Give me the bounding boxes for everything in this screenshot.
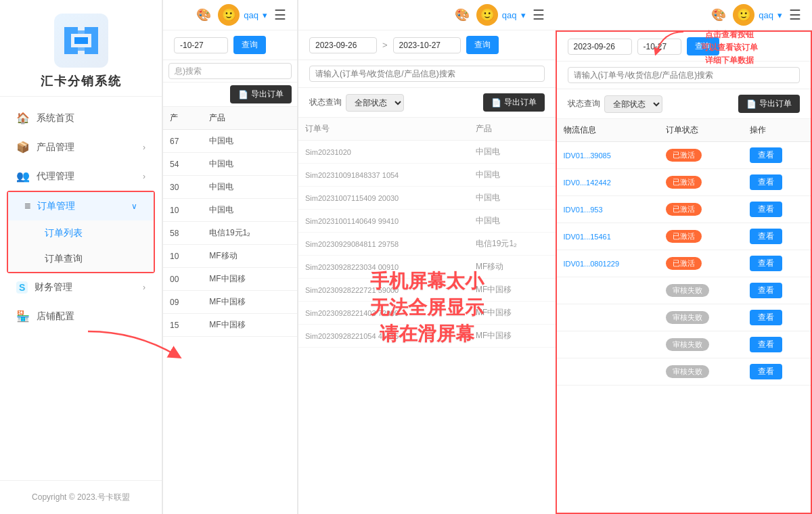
middle-status-select[interactable]: 全部状态 xyxy=(346,94,404,112)
sidebar-item-home[interactable]: 🏠 系统首页 xyxy=(0,103,162,133)
right-search-input[interactable] xyxy=(568,67,800,83)
middle-hamburger-icon[interactable]: ☰ xyxy=(533,7,545,23)
middle-table: 订单号 产品 Sim20231020中国电Sim202310091848337 … xyxy=(298,118,556,348)
right-status-select[interactable]: 全部状态 xyxy=(604,95,662,113)
left-table-row: 10中国电 xyxy=(163,199,297,222)
view-button[interactable]: 查看 xyxy=(750,174,782,190)
left-table-row: 30中国电 xyxy=(163,176,297,199)
sidebar-item-store-label: 店铺配置 xyxy=(37,310,74,323)
orders-highlight-box: ≡ 订单管理 ∨ 订单列表 订单查询 xyxy=(7,191,155,273)
middle-col-product: 产品 xyxy=(469,118,555,141)
agents-arrow-icon: › xyxy=(143,172,145,181)
sidebar-item-products[interactable]: 📦 产品管理 › xyxy=(0,133,162,162)
right-cell-logistics xyxy=(557,331,659,358)
middle-controls-row: 状态查询 全部状态 📄 导出订单 xyxy=(298,88,556,118)
left-cell-sku: 58 xyxy=(163,222,202,245)
right-export-icon: 📄 xyxy=(746,99,757,109)
right-palette-icon[interactable]: 🎨 xyxy=(711,7,726,22)
mid-cell-order: Sim20230928221403 72909 xyxy=(298,302,469,325)
status-badge: 已激活 xyxy=(666,203,702,216)
right-table: 物流信息 订单状态 操作 IDV01...39085 已激活 查看 IDV0..… xyxy=(557,119,811,513)
left-username: qaq xyxy=(244,10,258,20)
store-icon: 🏪 xyxy=(16,310,30,323)
middle-search-input[interactable] xyxy=(309,66,545,82)
right-cell-logistics: IDV01...0801229 xyxy=(557,250,659,277)
middle-col-order: 订单号 xyxy=(298,118,469,141)
middle-table-row: Sim20230928222721 59000MF中国移 xyxy=(298,279,556,302)
middle-table-row: Sim20230928221403 72909MF中国移 xyxy=(298,302,556,325)
left-query-button[interactable]: 查询 xyxy=(233,36,266,54)
right-controls-row: 状态查询 全部状态 📄 导出订单 xyxy=(557,89,811,119)
left-table-row: 10MF移动 xyxy=(163,245,297,268)
left-cell-product: MF中国移 xyxy=(202,268,297,291)
sidebar-item-agents[interactable]: 👥 代理管理 › xyxy=(0,162,162,191)
sidebar-item-finance-label: 财务管理 xyxy=(35,281,72,294)
left-cell-sku: 67 xyxy=(163,130,202,153)
right-avatar-btn[interactable]: 🙂 qaq ▾ xyxy=(733,4,782,26)
sidebar-item-order-list[interactable]: 订单列表 xyxy=(8,220,154,246)
right-cell-status: 已激活 xyxy=(659,250,743,277)
view-button[interactable]: 查看 xyxy=(750,364,782,379)
mid-cell-product: 中国电 xyxy=(469,210,555,233)
right-query-button[interactable]: 查询 xyxy=(687,37,719,55)
right-table-row: IDV0...142442 已激活 查看 xyxy=(557,169,811,196)
right-cell-logistics: IDV0...142442 xyxy=(557,169,659,196)
mid-cell-product: 电信19元1₂ xyxy=(469,233,555,256)
view-button[interactable]: 查看 xyxy=(750,229,782,244)
sidebar-item-agents-label: 代理管理 xyxy=(37,170,74,183)
sidebar-item-order-query[interactable]: 订单查询 xyxy=(8,246,154,272)
left-table-row: 67中国电 xyxy=(163,130,297,153)
middle-avatar-btn[interactable]: 🙂 qaq ▾ xyxy=(476,4,526,26)
right-export-button[interactable]: 📄 导出订单 xyxy=(738,95,800,113)
left-search-input[interactable] xyxy=(168,63,292,79)
app-title: 汇卡分销系统 xyxy=(41,73,122,89)
left-cell-product: 中国电 xyxy=(202,176,297,199)
middle-palette-icon[interactable]: 🎨 xyxy=(455,7,470,22)
mid-cell-product: MF移动 xyxy=(469,256,555,279)
right-date-from[interactable] xyxy=(568,39,632,55)
right-table-row: IDV01...953 已激活 查看 xyxy=(557,196,811,223)
middle-table-row: Sim20230929084811 29758电信19元1₂ xyxy=(298,233,556,256)
view-button[interactable]: 查看 xyxy=(750,310,782,325)
right-date-to[interactable] xyxy=(637,39,681,55)
view-button[interactable]: 查看 xyxy=(750,283,782,298)
mid-cell-order: Sim202310091848337 1054 xyxy=(298,164,469,187)
middle-date-to[interactable] xyxy=(393,37,461,53)
left-avatar-btn[interactable]: 🙂 qaq ▾ xyxy=(218,4,267,26)
left-cell-sku: 10 xyxy=(163,245,202,268)
left-panel: 🎨 🙂 qaq ▾ ☰ 查询 📄 导出订单 xyxy=(162,0,298,514)
middle-export-icon: 📄 xyxy=(491,98,501,108)
right-hamburger-icon[interactable]: ☰ xyxy=(789,7,801,23)
view-button[interactable]: 查看 xyxy=(750,256,782,271)
right-cell-status: 审核失败 xyxy=(659,277,743,304)
left-cell-product: MF中国移 xyxy=(202,291,297,314)
sidebar-footer: Copyright © 2023.号卡联盟 xyxy=(0,480,162,514)
middle-date-from[interactable] xyxy=(309,37,377,53)
left-hamburger-icon[interactable]: ☰ xyxy=(274,7,286,23)
middle-status-wrapper: 状态查询 全部状态 xyxy=(309,94,404,112)
right-cell-status: 已激活 xyxy=(659,169,743,196)
right-table-row: IDV01...0801229 已激活 查看 xyxy=(557,250,811,277)
middle-table-area: 手机屏幕太小 无法全屏显示 请在滑屏幕 订单号 产品 Sim20231020中国… xyxy=(298,118,556,514)
middle-table-row: Sim20231020中国电 xyxy=(298,141,556,164)
sidebar-item-orders[interactable]: ≡ 订单管理 ∨ xyxy=(8,192,154,220)
right-cell-action: 查看 xyxy=(743,196,811,223)
status-badge: 审核失败 xyxy=(666,365,709,378)
middle-query-button[interactable]: 查询 xyxy=(466,36,499,54)
right-table-row: 审核失败 查看 xyxy=(557,331,811,358)
left-dropdown-icon: ▾ xyxy=(263,10,267,20)
right-panel-topbar: 🎨 🙂 qaq ▾ ☰ xyxy=(556,0,813,30)
left-date-to[interactable] xyxy=(174,37,228,53)
left-export-button[interactable]: 📄 导出订单 xyxy=(230,85,292,103)
view-button[interactable]: 查看 xyxy=(750,147,782,163)
sidebar-item-finance[interactable]: S 财务管理 › xyxy=(0,273,162,302)
mid-cell-product: MF中国移 xyxy=(469,325,555,348)
view-button[interactable]: 查看 xyxy=(750,202,782,217)
logo-icon xyxy=(54,14,108,68)
left-palette-icon[interactable]: 🎨 xyxy=(196,7,211,22)
middle-export-button[interactable]: 📄 导出订单 xyxy=(483,93,545,112)
view-button[interactable]: 查看 xyxy=(750,337,782,352)
mid-cell-product: 中国电 xyxy=(469,187,555,210)
sidebar-item-store[interactable]: 🏪 店铺配置 xyxy=(0,302,162,331)
right-cell-action: 查看 xyxy=(743,277,811,304)
